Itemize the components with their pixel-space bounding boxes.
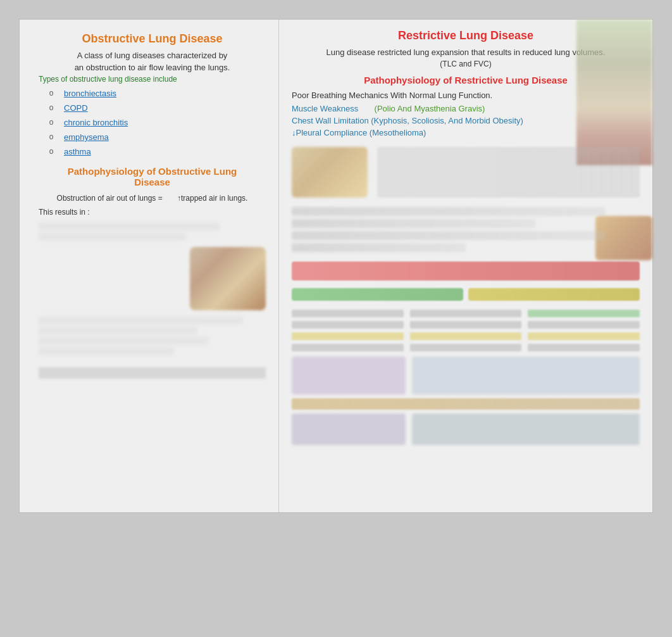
left-pathophysiology-title: Pathophysiology of Obstructive LungDisea… (39, 166, 266, 187)
blurred-line-6 (39, 347, 175, 355)
left-panel: Obstructive Lung Disease A class of lung… (20, 20, 279, 512)
table-cell (528, 310, 640, 317)
list-item: o emphysema (45, 132, 266, 142)
blurred-section-right (412, 356, 640, 394)
bullet-marker: o (45, 132, 58, 141)
table-cell (292, 332, 404, 340)
blurred-row-1 (292, 207, 605, 216)
bullet-marker: o (45, 103, 58, 112)
item-emphysema[interactable]: emphysema (64, 132, 109, 142)
table-cell (528, 332, 640, 340)
results-text: This results in : (39, 208, 266, 217)
blurred-table (292, 310, 640, 351)
left-image-placeholder (190, 247, 266, 310)
blurred-charts-area (292, 147, 640, 198)
blurred-line-3 (39, 317, 243, 324)
left-subtitle2: an obstruction to air flow leaving the l… (39, 63, 266, 72)
table-cell (292, 344, 404, 351)
pleural-label[interactable]: ↓Pleural Compliance (Mesothelioma) (292, 128, 426, 137)
blurred-row-4 (292, 243, 466, 252)
bottom-highlight-bar (292, 398, 640, 410)
table-cell (528, 321, 640, 329)
table-row (292, 321, 640, 329)
blurred-row-3 (292, 231, 605, 240)
muscle-weakness-label[interactable]: Muscle Weakness (292, 104, 358, 113)
blurred-line-2 (39, 233, 186, 241)
blurred-last-right (412, 413, 640, 445)
list-item: o bronchiectasis (45, 89, 266, 98)
bullet-marker: o (45, 147, 58, 156)
left-title: Obstructive Lung Disease (39, 32, 266, 46)
table-cell (292, 321, 404, 329)
bullet-marker: o (45, 89, 58, 98)
list-item: o asthma (45, 147, 266, 156)
item-bronchiectasis[interactable]: bronchiectasis (64, 89, 116, 98)
bottom-blurred-sections (292, 356, 640, 394)
list-item: o chronic bronchitis (45, 118, 266, 127)
right-panel: Restrictive Lung Disease Lung disease re… (279, 20, 652, 512)
blurred-last-left (292, 413, 406, 445)
left-subtitle1: A class of lung diseases characterized b… (39, 51, 266, 60)
table-row (292, 332, 640, 340)
table-row (292, 310, 640, 317)
blurred-line-1 (39, 223, 220, 230)
table-cell (410, 321, 522, 329)
chart-placeholder-1 (292, 147, 368, 198)
table-cell (410, 332, 522, 340)
table-cell (528, 344, 640, 351)
status-row (292, 284, 640, 305)
patho-obstruction: Obstruction of air out of lungs = ↑trapp… (39, 194, 266, 203)
table-cell (410, 310, 522, 317)
bullet-marker: o (45, 118, 58, 127)
chest-wall-label[interactable]: Chest Wall Limitation (Kyphosis, Scolios… (292, 116, 523, 125)
table-row (292, 344, 640, 351)
status-bar-red (292, 262, 640, 281)
chart-placeholder-2 (377, 147, 640, 198)
list-item: o COPD (45, 103, 266, 113)
blurred-row-2 (292, 219, 535, 228)
blurred-section-left (292, 356, 406, 394)
blurred-line-4 (39, 327, 197, 334)
item-chronic-bronchitis[interactable]: chronic bronchitis (64, 118, 128, 127)
table-cell (292, 310, 404, 317)
status-bar-yellow (468, 288, 640, 301)
bullet-list: o bronchiectasis o COPD o chronic bronch… (45, 89, 266, 156)
item-asthma[interactable]: asthma (64, 147, 91, 156)
table-cell (410, 344, 522, 351)
blurred-line-5 (39, 337, 209, 344)
status-bar-green (292, 288, 463, 301)
bottom-blurred-bar (39, 367, 266, 379)
types-header: Types of obstructive lung disease includ… (39, 75, 266, 84)
top-right-image (576, 20, 652, 165)
muscle-weakness-detail: (Polio And Myasthenia Gravis) (361, 104, 485, 113)
item-copd[interactable]: COPD (64, 103, 88, 113)
right-blurred-area (292, 207, 640, 445)
bottom-row-last (292, 413, 640, 445)
